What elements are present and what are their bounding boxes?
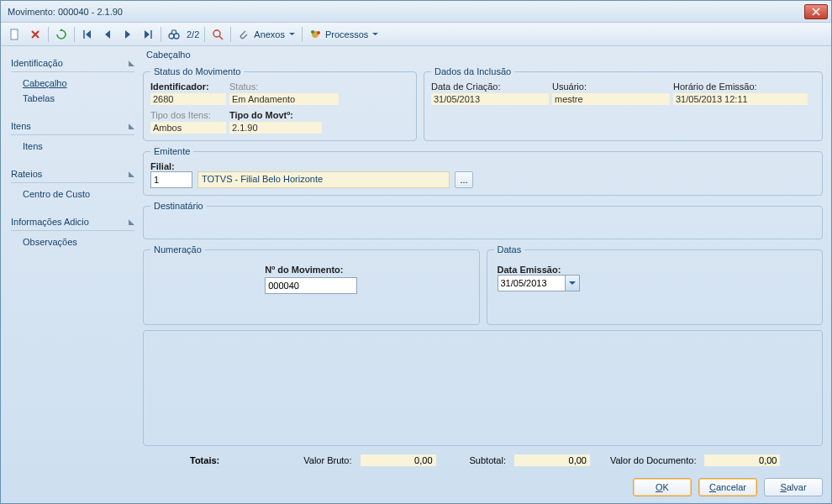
svg-point-2 [174, 34, 179, 39]
filial-name-display: TOTVS - Filial Belo Horizonte [197, 171, 450, 188]
num-movimento-input[interactable] [265, 277, 357, 294]
data-emissao-input[interactable] [498, 275, 565, 291]
status-value: Em Andamento [229, 93, 339, 105]
cancelar-button[interactable]: Cancelar [698, 478, 757, 496]
sidebar-item-itens[interactable]: Itens [11, 139, 134, 154]
tipo-movto-value: 2.1.90 [229, 122, 322, 134]
find-button[interactable] [165, 25, 183, 44]
svg-point-5 [311, 30, 314, 34]
separator [161, 27, 161, 42]
tipo-itens-label: Tipo dos Itens: [150, 110, 226, 120]
chevron-down-icon [289, 31, 295, 37]
window-title: Movimento: 000040 - 2.1.90 [4, 7, 804, 17]
datas-group: Datas Data Emissão: [487, 244, 824, 325]
horario-emissao-label: Horário de Emissão: [673, 81, 808, 92]
zoom-button[interactable] [208, 25, 227, 44]
inclusao-legend: Dados da Inclusão [431, 66, 514, 76]
refresh-icon [55, 29, 67, 40]
filial-label: Filial: [150, 161, 192, 171]
status-legend: Status do Movimento [150, 66, 244, 76]
chevron-icon: ◣ [129, 122, 134, 130]
sidebar: Identificação◣ Cabeçalho Tabelas Itens◣ … [1, 46, 140, 475]
sidebar-item-tabelas[interactable]: Tabelas [11, 91, 134, 106]
tab-cabecalho[interactable]: Cabeçalho [143, 50, 823, 61]
ok-button[interactable]: OK [633, 478, 692, 496]
dados-inclusao-group: Dados da Inclusão Data de Criação: Usuár… [424, 66, 823, 141]
delete-button[interactable] [26, 25, 45, 44]
prev-icon [102, 29, 113, 40]
nav-prev-button[interactable] [98, 25, 117, 44]
button-bar: OK Cancelar Salvar [1, 475, 831, 503]
filial-code-input[interactable] [150, 171, 192, 188]
nav-section-info-adicionais[interactable]: Informações Adicio◣ [11, 213, 134, 231]
nav-section-identificacao[interactable]: Identificação◣ [11, 55, 134, 72]
sidebar-item-observacoes[interactable]: Observações [11, 234, 134, 249]
separator [204, 27, 205, 42]
toolbar: 2/2 Anexos Processos [1, 23, 831, 46]
nav-next-button[interactable] [118, 25, 137, 44]
data-criacao-value: 31/05/2013 [431, 93, 549, 105]
empty-panel [143, 330, 823, 446]
destinatario-group: Destinatário [143, 201, 823, 239]
data-criacao-label: Data de Criação: [431, 81, 549, 92]
separator [74, 27, 75, 42]
totals-bar: Totais: Valor Bruto: 0,00 Subtotal: 0,00… [143, 451, 823, 470]
first-icon [82, 29, 93, 40]
svg-point-1 [169, 34, 174, 39]
subtotal-value: 0,00 [514, 454, 590, 466]
destinatario-legend: Destinatário [150, 201, 207, 211]
new-button[interactable] [6, 25, 24, 44]
sidebar-item-cabecalho[interactable]: Cabeçalho [11, 76, 134, 91]
refresh-button[interactable] [52, 25, 71, 44]
subtotal-label: Subtotal: [470, 455, 506, 465]
chevron-down-icon [372, 31, 378, 37]
usuario-value: mestre [552, 93, 670, 105]
processos-dropdown[interactable]: Processos [306, 29, 382, 40]
new-doc-icon [9, 29, 21, 40]
svg-point-6 [317, 31, 320, 34]
valor-documento-value: 0,00 [704, 454, 780, 466]
nav-section-rateios[interactable]: Rateios◣ [11, 165, 134, 183]
identificador-value: 2680 [150, 93, 226, 105]
filial-lookup-button[interactable]: ... [455, 171, 473, 188]
nav-first-button[interactable] [78, 25, 97, 44]
identificador-label: Identificador: [150, 81, 226, 92]
close-button[interactable] [804, 4, 828, 19]
process-icon [309, 29, 321, 40]
date-picker-button[interactable] [565, 275, 580, 291]
zoom-icon [212, 29, 224, 40]
chevron-icon: ◣ [129, 170, 134, 178]
delete-icon [29, 29, 41, 40]
usuario-label: Usuário: [552, 81, 670, 92]
numeracao-group: Numeração Nº do Movimento: [143, 244, 480, 325]
horario-emissao-value: 31/05/2013 12:11 [673, 93, 808, 105]
data-emissao-label: Data Emissão: [498, 265, 813, 275]
nav-last-button[interactable] [139, 25, 157, 44]
sidebar-item-centro-custo[interactable]: Centro de Custo [11, 186, 134, 202]
anexos-dropdown[interactable]: Anexos [234, 29, 298, 40]
totals-label: Totais: [190, 455, 219, 465]
titlebar: Movimento: 000040 - 2.1.90 [1, 1, 831, 23]
separator [230, 27, 231, 42]
processos-label: Processos [324, 29, 370, 39]
emitente-group: Emitente Filial: TOTVS - Filial Belo Hor… [143, 146, 823, 196]
num-movimento-label: Nº do Movimento: [265, 265, 343, 275]
record-counter: 2/2 [185, 29, 201, 39]
nav-section-itens[interactable]: Itens◣ [11, 118, 134, 135]
attachment-icon [238, 29, 250, 40]
tipo-itens-value: Ambos [150, 122, 226, 134]
status-movimento-group: Status do Movimento Identificador: Statu… [143, 66, 417, 141]
svg-point-3 [213, 30, 220, 37]
emitente-legend: Emitente [150, 146, 193, 156]
chevron-icon: ◣ [129, 218, 134, 226]
separator [48, 27, 49, 42]
binoculars-icon [168, 29, 180, 40]
datas-legend: Datas [494, 244, 525, 255]
next-icon [122, 29, 134, 40]
status-label: Status: [229, 81, 322, 92]
salvar-button[interactable]: Salvar [764, 478, 823, 496]
valor-bruto-label: Valor Bruto: [303, 455, 351, 465]
close-icon [812, 8, 820, 16]
anexos-label: Anexos [252, 29, 287, 39]
chevron-icon: ◣ [129, 59, 134, 67]
